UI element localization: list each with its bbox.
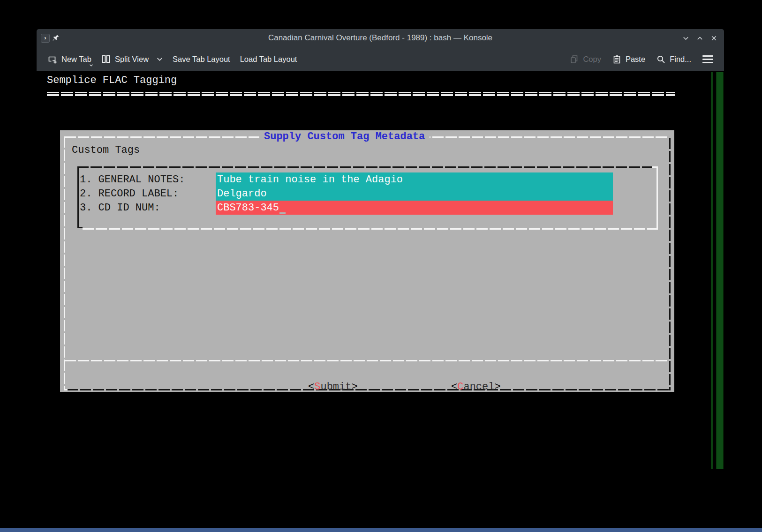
maximize-button[interactable] (696, 34, 704, 42)
record-label-input[interactable]: Delgardo (216, 187, 613, 201)
hamburger-icon (702, 55, 713, 57)
paste-label: Paste (626, 55, 645, 64)
find-label: Find... (670, 55, 691, 64)
form-row-general-notes: 1. GENERAL NOTES: Tube train noise in th… (60, 172, 674, 187)
form-box-corner (77, 227, 83, 228)
konsole-window: › Canadian Carnival Overture (Bedford - … (37, 29, 724, 471)
form-box-border-bottom (83, 228, 658, 230)
cd-id-num-value: CBS783-345 (217, 202, 279, 214)
dialog-button-separator (65, 360, 668, 361)
form-row-cd-id-num: 3. CD ID NUM: CBS783-345 (60, 201, 674, 215)
load-tab-layout-label: Load Tab Layout (240, 55, 297, 64)
titlebar[interactable]: › Canadian Carnival Overture (Bedford - … (37, 29, 724, 47)
taskbar-edge (0, 528, 762, 532)
scrollbar-thumb[interactable] (716, 72, 724, 469)
record-label-label: 2. RECORD LABEL: (80, 187, 179, 201)
find-button[interactable]: Find... (656, 55, 691, 64)
general-notes-value: Tube train noise in the Adagio (217, 173, 403, 186)
toolbar-right: Copy Paste Find... (570, 47, 713, 71)
cd-id-num-input[interactable]: CBS783-345 (216, 201, 613, 215)
cd-id-num-label: 3. CD ID NUM: (80, 202, 160, 215)
close-icon (710, 34, 718, 42)
cancel-hotkey: C (457, 381, 463, 393)
scrollbar-track (711, 72, 713, 469)
terminal-header-rule (47, 92, 675, 96)
copy-button[interactable]: Copy (570, 55, 601, 64)
copy-label: Copy (583, 55, 601, 64)
load-tab-layout-button[interactable]: Load Tab Layout (240, 55, 297, 64)
close-button[interactable] (710, 34, 718, 42)
save-tab-layout-label: Save Tab Layout (173, 55, 230, 64)
chevron-down-icon (157, 57, 163, 61)
record-label-value: Delgardo (217, 187, 267, 200)
form-row-record-label: 2. RECORD LABEL: Delgardo (60, 187, 674, 201)
dialog-title: Supply Custom Tag Metadata (259, 130, 430, 143)
window-controls (682, 29, 718, 47)
split-view-button[interactable]: Split View (101, 54, 163, 64)
screen: › Canadian Carnival Overture (Bedford - … (0, 0, 762, 532)
terminal-header-text: Semplice FLAC Tagging (47, 74, 177, 87)
chevron-down-icon (682, 34, 690, 42)
custom-tags-label: Custom Tags (72, 144, 140, 157)
toolbar-left: New Tab Split View Save Tab Layout Load … (48, 47, 297, 71)
minimize-button[interactable] (682, 34, 690, 42)
dialog-border-bottom (67, 389, 671, 390)
cancel-button[interactable]: <Cancel> (389, 367, 501, 407)
submit-button[interactable]: <Submit> (246, 367, 358, 407)
split-view-icon (101, 54, 111, 64)
tab-new-icon (48, 54, 57, 64)
form-box-corner (652, 166, 656, 168)
text-cursor (279, 212, 286, 214)
paste-button[interactable]: Paste (612, 55, 645, 64)
copy-icon (570, 55, 579, 64)
general-notes-input[interactable]: Tube train noise in the Adagio (216, 172, 613, 187)
save-tab-layout-button[interactable]: Save Tab Layout (173, 55, 230, 64)
new-tab-button[interactable]: New Tab (48, 54, 91, 64)
terminal-screen[interactable]: Semplice FLAC Tagging Supply Custom Tag … (37, 71, 724, 471)
new-tab-label: New Tab (61, 55, 91, 64)
chevron-down-icon (89, 64, 93, 67)
tag-metadata-dialog: Supply Custom Tag Metadata Custom Tags 1… (60, 130, 674, 392)
window-title: Canadian Carnival Overture (Bedford - 19… (37, 29, 724, 47)
search-icon (656, 55, 665, 64)
form-box-border-top (77, 166, 654, 168)
split-view-label: Split View (115, 55, 149, 64)
paste-icon (612, 55, 621, 64)
toolbar: New Tab Split View Save Tab Layout Load … (37, 47, 724, 71)
dialog-corner (64, 389, 68, 390)
chevron-up-icon (696, 34, 704, 42)
general-notes-label: 1. GENERAL NOTES: (80, 173, 185, 187)
menu-button[interactable] (702, 54, 713, 64)
submit-hotkey: S (314, 381, 320, 393)
